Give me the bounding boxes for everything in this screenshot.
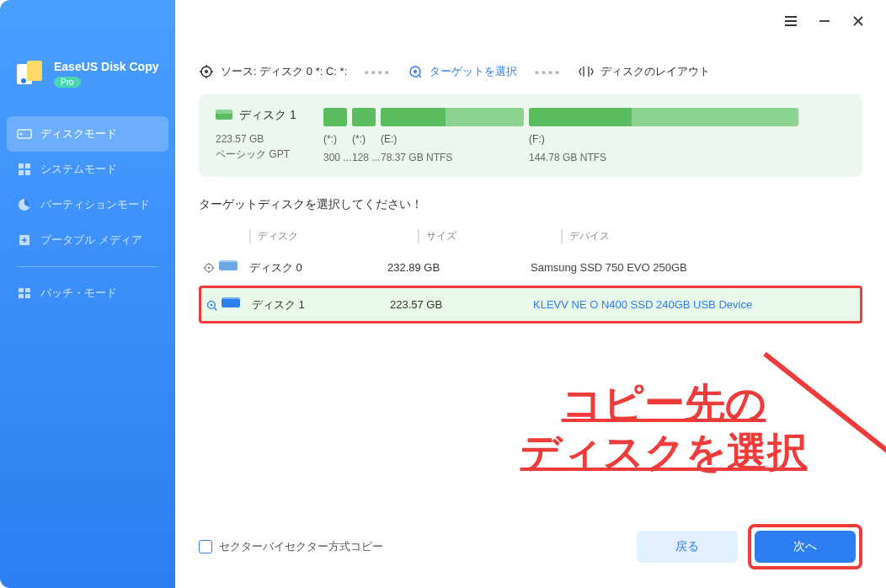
source-disk-name: ディスク 1 <box>239 108 296 123</box>
svg-rect-13 <box>19 294 24 298</box>
svg-rect-7 <box>19 170 24 175</box>
sidebar-item-disk-mode[interactable]: ディスクモード <box>7 116 168 152</box>
sector-copy-checkbox[interactable]: セクターバイセクター方式コピー <box>199 539 383 554</box>
sidebar-item-label: ディスクモード <box>40 126 117 142</box>
titlebar <box>763 0 886 42</box>
batch-mode-icon <box>17 286 32 301</box>
row-disk-cell: ディスク 1 <box>222 297 390 313</box>
main-content: ソース: ディスク 0 *: C: *: ●●●● ターゲットを選択 ●●●● … <box>175 0 886 588</box>
disk-mode-icon <box>17 126 32 142</box>
sidebar-item-partition-mode[interactable]: パーティションモード <box>0 187 175 222</box>
partition-label: (*:) <box>323 133 347 145</box>
svg-rect-8 <box>25 170 30 175</box>
layout-icon <box>579 64 594 79</box>
target-disk-row[interactable]: ディスク 1 223.57 GB KLEVV NE O N400 SSD 240… <box>199 286 862 323</box>
svg-point-4 <box>20 133 23 136</box>
target-prompt: ターゲットディスクを選択してください！ <box>199 197 862 212</box>
system-mode-icon <box>17 162 32 177</box>
partition-bars: (*:)300 ...(*:)128 ...(E:)78.37 GB NTFS(… <box>323 108 846 163</box>
content-area: ディスク 1 223.57 GB ベーシック GPT (*:)300 ...(*… <box>175 94 886 509</box>
row-disk-cell: ディスク 0 <box>219 259 387 275</box>
row-disk-name: ディスク 0 <box>249 260 302 275</box>
row-lead-icon <box>201 298 222 312</box>
partition-label: (*:) <box>352 133 376 145</box>
disk-icon <box>222 297 242 313</box>
sidebar-item-system-mode[interactable]: システムモード <box>0 152 175 187</box>
partition-label: (F:) <box>529 133 798 145</box>
row-device: KLEVV NE O N400 SSD 240GB USB Device <box>533 298 860 311</box>
menu-icon[interactable] <box>783 13 798 29</box>
svg-point-16 <box>205 70 208 73</box>
disk-icon <box>219 259 239 275</box>
step-dots: ●●●● <box>534 67 561 77</box>
source-icon <box>199 64 214 79</box>
th-device: デバイス <box>561 229 862 243</box>
sidebar-divider <box>17 266 158 267</box>
partition-size: 300 ... <box>323 152 347 163</box>
partition-label: (E:) <box>381 133 524 145</box>
source-disk-type: ベーシック GPT <box>216 147 308 162</box>
app-window: EaseUS Disk Copy Pro ディスクモード システムモード パーテ… <box>0 0 886 588</box>
row-disk-name: ディスク 1 <box>252 297 305 313</box>
sidebar: EaseUS Disk Copy Pro ディスクモード システムモード パーテ… <box>0 0 175 588</box>
target-disk-row[interactable]: ディスク 0 232.89 GB Samsung SSD 750 EVO 250… <box>199 251 862 284</box>
bootable-media-icon <box>17 233 32 248</box>
svg-rect-28 <box>222 297 240 302</box>
footer: セクターバイセクター方式コピー 戻る 次へ <box>175 509 886 588</box>
sidebar-item-label: バッチ・モード <box>40 286 117 301</box>
svg-rect-5 <box>19 163 24 168</box>
partition[interactable]: (F:)144.78 GB NTFS <box>529 108 798 163</box>
disk-rows: ディスク 0 232.89 GB Samsung SSD 750 EVO 250… <box>199 251 862 323</box>
sidebar-item-label: ブータブル メディア <box>40 233 142 248</box>
svg-rect-12 <box>25 288 30 292</box>
sidebar-item-batch-mode[interactable]: バッチ・モード <box>0 275 175 311</box>
svg-point-22 <box>208 266 211 269</box>
step-target-label: ターゲットを選択 <box>430 64 517 79</box>
partition-bar <box>323 108 347 126</box>
partition-size: 78.37 GB NTFS <box>381 152 524 163</box>
svg-rect-1 <box>27 61 42 81</box>
row-device: Samsung SSD 750 EVO 250GB <box>531 261 862 274</box>
partition-mode-icon <box>17 197 32 212</box>
sidebar-item-bootable-media[interactable]: ブータブル メディア <box>0 222 175 258</box>
svg-rect-24 <box>219 260 238 265</box>
row-lead-icon <box>199 261 219 275</box>
svg-point-2 <box>21 78 26 83</box>
back-button[interactable]: 戻る <box>637 531 738 563</box>
close-icon[interactable] <box>851 13 866 29</box>
next-button[interactable]: 次へ <box>755 531 856 563</box>
row-size: 232.89 GB <box>387 261 531 274</box>
svg-rect-11 <box>19 288 24 292</box>
step-target[interactable]: ターゲットを選択 <box>408 64 517 79</box>
sidebar-item-label: システムモード <box>40 162 117 177</box>
partition[interactable]: (*:)128 ... <box>352 108 376 163</box>
svg-rect-20 <box>216 110 232 114</box>
svg-point-18 <box>414 70 417 73</box>
svg-rect-3 <box>18 130 31 138</box>
target-icon <box>408 64 423 79</box>
partition-size: 144.78 GB NTFS <box>529 152 798 163</box>
partition[interactable]: (E:)78.37 GB NTFS <box>381 108 524 163</box>
app-title: EaseUS Disk Copy <box>54 60 159 74</box>
partition-bar <box>381 108 524 126</box>
partition-bar <box>529 108 798 126</box>
sidebar-item-label: パーティションモード <box>40 197 150 212</box>
th-size: サイズ <box>418 229 561 243</box>
minimize-icon[interactable] <box>817 13 832 29</box>
source-disk-size: 223.57 GB <box>216 131 308 147</box>
logo-text-block: EaseUS Disk Copy Pro <box>54 60 159 89</box>
svg-rect-6 <box>25 163 30 168</box>
table-header: ディスク サイズ デバイス <box>199 222 862 251</box>
svg-point-26 <box>211 303 213 306</box>
source-disk-info: ディスク 1 223.57 GB ベーシック GPT <box>216 108 308 162</box>
th-disk: ディスク <box>249 229 418 243</box>
partition[interactable]: (*:)300 ... <box>323 108 347 163</box>
source-disk-card: ディスク 1 223.57 GB ベーシック GPT (*:)300 ...(*… <box>199 94 862 177</box>
next-button-highlight: 次へ <box>748 524 862 569</box>
pro-badge: Pro <box>54 77 81 88</box>
partition-size: 128 ... <box>352 152 376 163</box>
step-source[interactable]: ソース: ディスク 0 *: C: *: <box>199 64 347 79</box>
svg-rect-14 <box>25 294 30 298</box>
step-layout[interactable]: ディスクのレイアウト <box>579 64 710 79</box>
disk-icon <box>216 110 232 121</box>
